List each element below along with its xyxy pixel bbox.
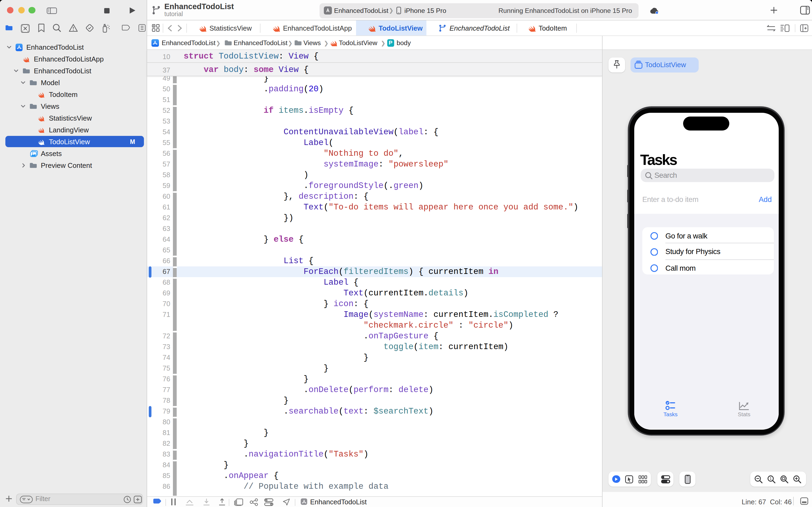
svg-text:1: 1 bbox=[769, 476, 771, 481]
